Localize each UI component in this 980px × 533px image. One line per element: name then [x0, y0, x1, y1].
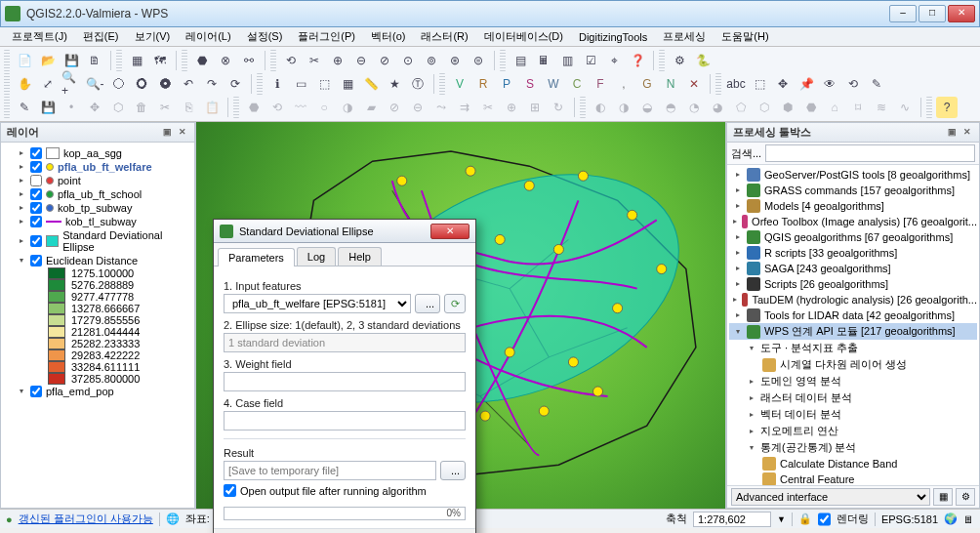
adv-del-part-button[interactable]: ⊖: [407, 97, 429, 118]
render-checkbox[interactable]: [818, 512, 831, 527]
analysis-button[interactable]: ⬣: [191, 50, 213, 71]
provider-label[interactable]: QGIS geoalgorithms [67 geoalgorithms]: [764, 231, 953, 243]
expander-icon[interactable]: ▸: [17, 189, 26, 199]
adv-part-button[interactable]: ◑: [337, 97, 358, 118]
save-edits-button[interactable]: 💾: [37, 97, 59, 118]
remove-layer-button[interactable]: ✕: [683, 73, 705, 95]
menu-item[interactable]: 플러그인(P): [292, 27, 361, 46]
add-wfs-button[interactable]: F: [590, 73, 611, 95]
layer-name[interactable]: kob_tl_subway: [65, 216, 137, 227]
toolbar-handle[interactable]: [926, 97, 932, 118]
adv-simplify-button[interactable]: 〰: [290, 97, 311, 118]
layer-name[interactable]: pfla_ub_ft_welfare: [58, 161, 152, 173]
union-button[interactable]: ⊖: [350, 50, 372, 71]
save-as-button[interactable]: 🗎: [84, 50, 105, 71]
provider-label[interactable]: R scripts [33 geoalgorithms]: [764, 247, 897, 259]
expander-icon[interactable]: ▸: [733, 185, 743, 195]
add-csv-button[interactable]: ,: [613, 73, 634, 95]
calc-button[interactable]: 🖩: [533, 50, 554, 71]
link-button[interactable]: ⚯: [238, 50, 260, 71]
zoom-in-button[interactable]: 🔍+: [61, 73, 82, 95]
toolbar-handle[interactable]: [4, 97, 10, 118]
zoom-selection-button[interactable]: 🞇: [131, 73, 152, 95]
paste-button[interactable]: 📋: [201, 97, 223, 118]
expander-icon[interactable]: ▸: [747, 393, 756, 403]
layer-checkbox[interactable]: [30, 386, 42, 397]
search-input[interactable]: [765, 144, 975, 162]
add-raster-button[interactable]: R: [472, 73, 494, 95]
panel-undock-button[interactable]: ▣: [161, 127, 173, 139]
expander-icon[interactable]: ▸: [733, 295, 738, 305]
dig-button-4[interactable]: ◓: [660, 97, 681, 118]
merge-button[interactable]: ⊙: [397, 50, 419, 71]
identify-button[interactable]: ℹ: [266, 73, 288, 95]
expander-icon[interactable]: ▸: [17, 217, 26, 226]
menu-item[interactable]: 래스터(R): [415, 27, 473, 46]
tab-parameters[interactable]: Parameters: [218, 248, 295, 266]
provider-label[interactable]: SAGA [243 geoalgorithms]: [764, 263, 891, 274]
expander-icon[interactable]: ▸: [733, 217, 738, 226]
new-project-button[interactable]: 📄: [14, 50, 35, 71]
lock-icon[interactable]: 🔒: [798, 512, 812, 525]
group-label[interactable]: 통계(공간통계) 분석: [760, 440, 856, 455]
layer-checkbox[interactable]: [30, 202, 42, 214]
adv-merge-attr-button[interactable]: ⊞: [524, 97, 546, 118]
adv-edit-button[interactable]: ⬣: [243, 97, 265, 118]
layer-checkbox[interactable]: [30, 175, 42, 186]
toolbar-handle[interactable]: [500, 50, 506, 71]
menu-item[interactable]: 벡터(o): [365, 27, 411, 46]
expander-icon[interactable]: ▸: [733, 279, 743, 289]
toolbar-handle[interactable]: [715, 73, 721, 95]
text-button[interactable]: Ⓣ: [407, 73, 429, 95]
network-button[interactable]: ⊗: [215, 50, 236, 71]
table-button[interactable]: ▤: [510, 50, 531, 71]
toolbar-handle[interactable]: [182, 50, 187, 71]
dig-button-10[interactable]: ⬣: [800, 97, 822, 118]
zoom-out-button[interactable]: 🔍-: [84, 73, 105, 95]
toolbar-handle[interactable]: [439, 73, 445, 95]
toolbar-handle[interactable]: [580, 97, 586, 118]
tab-help[interactable]: Help: [338, 247, 382, 266]
toolbar-handle[interactable]: [116, 50, 122, 71]
adv-del-ring-button[interactable]: ⊘: [384, 97, 405, 118]
expander-icon[interactable]: ▸: [17, 148, 26, 158]
algo-label[interactable]: Calculate Distance Band: [780, 458, 897, 470]
expander-icon[interactable]: ▸: [733, 264, 743, 273]
expander-icon[interactable]: ▸: [17, 162, 26, 172]
label-show-button[interactable]: 👁: [819, 73, 840, 95]
maximize-button[interactable]: □: [919, 5, 946, 22]
menu-item[interactable]: DigitizingTools: [573, 29, 653, 45]
panel-close-button[interactable]: ✕: [961, 127, 973, 139]
expander-icon[interactable]: ▸: [733, 170, 743, 180]
save-button[interactable]: 💾: [61, 50, 82, 71]
buffer-button[interactable]: ⟲: [280, 50, 302, 71]
panel-undock-button[interactable]: ▣: [946, 127, 958, 139]
adv-fill-button[interactable]: ▰: [360, 97, 382, 118]
composer-button[interactable]: 🗺: [149, 50, 171, 71]
provider-label[interactable]: Scripts [26 geoalgorithms]: [764, 278, 888, 290]
dig-button-12[interactable]: ⌑: [847, 97, 869, 118]
adv-btn-1[interactable]: ▦: [933, 488, 953, 506]
toolbar-handle[interactable]: [233, 97, 239, 118]
layer-name[interactable]: pfla_emd_pop: [46, 386, 114, 397]
dig-button-2[interactable]: ◑: [613, 97, 634, 118]
provider-label[interactable]: WPS 연계 API 모듈 [217 geoalgorithms]: [764, 324, 956, 339]
expander-icon[interactable]: ▸: [747, 410, 756, 420]
settings-button[interactable]: ⚙: [669, 50, 690, 71]
menu-item[interactable]: 편집(E): [77, 27, 125, 46]
menu-item[interactable]: 프로젝트(J): [6, 27, 73, 46]
extract-button[interactable]: ⊛: [444, 50, 466, 71]
bookmark-button[interactable]: ★: [384, 73, 405, 95]
dig-button-3[interactable]: ◒: [636, 97, 658, 118]
dissolve-button[interactable]: ⊘: [374, 50, 395, 71]
adv-rotate-pt-button[interactable]: ↻: [548, 97, 569, 118]
layer-name[interactable]: kop_aa_sgg: [63, 147, 122, 159]
dig-button-14[interactable]: ∿: [894, 97, 916, 118]
expander-icon[interactable]: ▸: [733, 310, 743, 320]
python-button[interactable]: 🐍: [692, 50, 714, 71]
expander-icon[interactable]: ▸: [747, 427, 756, 436]
edit-button[interactable]: ✎: [14, 97, 35, 118]
processing-tree[interactable]: ▸GeoServer/PostGIS tools [8 geoalgorithm…: [727, 165, 979, 485]
iterate-button[interactable]: ⟳: [444, 294, 466, 313]
adv-rotate-button[interactable]: ⟲: [266, 97, 288, 118]
